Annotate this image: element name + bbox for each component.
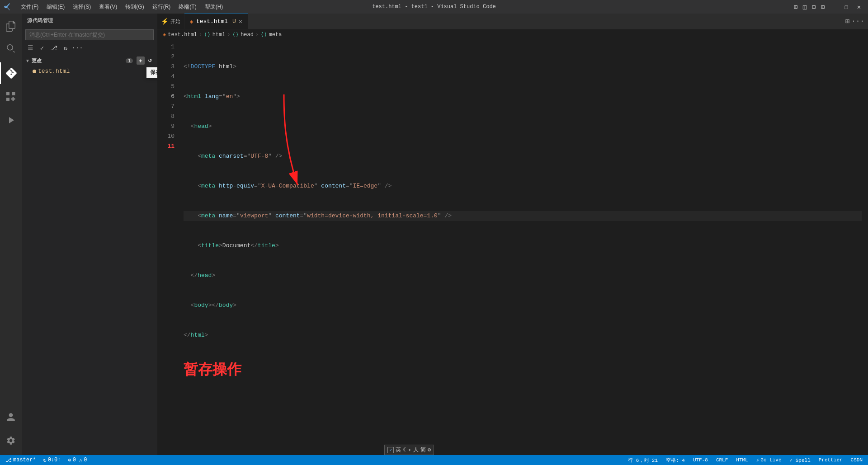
activity-extensions-icon[interactable]: [0, 86, 22, 108]
cursor-position-text: 行 6，列 21: [628, 457, 658, 464]
cursor-position-status[interactable]: 行 6，列 21: [626, 457, 660, 464]
file-name: test.html: [38, 68, 70, 75]
breadcrumb-file-icon: ◈: [163, 31, 166, 38]
menu-file[interactable]: 文件(F): [17, 2, 42, 12]
prettier-status[interactable]: Prettier: [817, 457, 844, 463]
file-list-item[interactable]: test.html M: [22, 66, 157, 76]
line-num-10: 10: [157, 132, 175, 141]
breadcrumb-html[interactable]: ⟨⟩ html: [204, 31, 225, 38]
more-actions-icon[interactable]: ···: [851, 17, 864, 25]
git-branch-status[interactable]: ⎇ master*: [4, 457, 38, 464]
ime-star-icon[interactable]: ✦: [408, 446, 411, 453]
breadcrumb: ◈ test.html › ⟨⟩ html › ⟨⟩ head › ⟨⟩ met…: [157, 29, 868, 40]
encoding-status[interactable]: UTF-8: [691, 457, 710, 463]
stage-all-button[interactable]: +: [137, 56, 145, 65]
activity-search-icon[interactable]: [0, 39, 22, 61]
activity-explorer-icon[interactable]: [0, 15, 22, 37]
code-line-3: <head>: [184, 122, 862, 132]
menu-select[interactable]: 选择(S): [69, 2, 94, 12]
ime-person-icon[interactable]: 人: [413, 446, 419, 454]
sidebar-icon[interactable]: ◫: [801, 3, 808, 10]
code-editor[interactable]: 1 2 3 4 5 6 7 8 9 10 11 <!DOCTYPE html> …: [157, 40, 868, 455]
split-editor-icon[interactable]: ⊞: [845, 17, 850, 26]
go-live-text: Go Live: [760, 457, 781, 463]
line-num-5: 5: [157, 82, 175, 92]
close-button[interactable]: ✕: [854, 3, 864, 10]
csdn-text: CSDN: [851, 457, 863, 463]
scm-refresh-button[interactable]: ↻: [61, 43, 71, 53]
ime-moon-icon[interactable]: ☾: [403, 446, 406, 453]
status-bar: ⎇ master* ↻ 0↓0↑ ⊗ 0 △ 0 行 6，列 21 空格: 4 …: [0, 455, 868, 465]
breadcrumb-file[interactable]: ◈ test.html: [163, 31, 197, 38]
layout2-icon[interactable]: ⊞: [819, 3, 826, 10]
scm-list-view-button[interactable]: ☰: [25, 43, 35, 53]
ime-simplified-indicator[interactable]: 简: [420, 446, 426, 454]
tab-modified-indicator: U: [232, 18, 236, 25]
scm-branch-button[interactable]: ⎇: [49, 43, 59, 53]
ime-settings-icon[interactable]: ⚙: [428, 446, 431, 453]
sync-status[interactable]: ↻ 0↓0↑: [41, 457, 62, 464]
menu-goto[interactable]: 转到(G): [122, 2, 147, 12]
warning-count: 0: [84, 457, 87, 463]
menu-edit[interactable]: 编辑(E): [43, 2, 68, 12]
line-numbers-gutter: 1 2 3 4 5 6 7 8 9 10 11: [157, 40, 180, 455]
code-display-area[interactable]: <!DOCTYPE html> <html lang="en"> <head> …: [180, 40, 862, 455]
git-branch-icon: ⎇: [5, 457, 12, 464]
breadcrumb-head[interactable]: ⟨⟩ head: [232, 31, 254, 38]
menu-run[interactable]: 运行(R): [149, 2, 175, 12]
title-bar: 文件(F) 编辑(E) 选择(S) 查看(V) 转到(G) 运行(R) 终端(T…: [0, 0, 868, 14]
line-ending-status[interactable]: CRLF: [714, 457, 730, 463]
go-live-status[interactable]: ⚡ Go Live: [755, 457, 783, 463]
activity-run-icon[interactable]: [0, 109, 22, 131]
breadcrumb-meta-label: meta: [269, 32, 282, 38]
layout-icon[interactable]: ⊞: [792, 3, 799, 10]
menu-help[interactable]: 帮助(H): [201, 2, 227, 12]
collapse-icon: ▼: [25, 58, 30, 63]
menu-view[interactable]: 查看(V): [95, 2, 121, 12]
code-line-9: <body></body>: [184, 301, 862, 310]
scm-message-input[interactable]: [25, 29, 154, 40]
encoding-text: UTF-8: [693, 457, 708, 463]
line-num-3: 3: [157, 62, 175, 72]
scm-check-button[interactable]: ✓: [37, 43, 47, 53]
line-num-2: 2: [157, 52, 175, 62]
indentation-text: 空格: 4: [666, 457, 685, 464]
active-tab[interactable]: ◈ test.html U ✕: [184, 14, 248, 29]
csdn-status[interactable]: CSDN: [849, 457, 864, 463]
stage-all-container: + 保存所有更改: [137, 56, 145, 65]
menu-terminal[interactable]: 终端(T): [175, 2, 200, 12]
changes-header[interactable]: ▼ 更改 1 + 保存所有更改 ↺: [22, 55, 157, 66]
window-title: test.html - test1 - Visual Studio Code: [372, 4, 496, 10]
tab-close-button[interactable]: ✕: [239, 18, 242, 25]
code-line-2: <html lang="en">: [184, 92, 862, 102]
discard-all-button[interactable]: ↺: [146, 56, 154, 65]
language-status[interactable]: HTML: [734, 457, 750, 463]
activity-git-icon[interactable]: [0, 62, 22, 84]
panel-icon[interactable]: ⊟: [810, 3, 817, 10]
scrollbar-track[interactable]: [862, 40, 868, 455]
scm-more-button[interactable]: ···: [72, 43, 82, 53]
indentation-status[interactable]: 空格: 4: [664, 457, 687, 464]
ime-checkbox[interactable]: ✓: [387, 447, 394, 453]
line-num-7: 7: [157, 102, 175, 112]
ime-lang-indicator[interactable]: 英: [396, 446, 401, 454]
line-num-9: 9: [157, 122, 175, 132]
changes-label: 更改: [32, 57, 42, 64]
language-text: HTML: [736, 457, 748, 463]
sync-icon: ↻: [43, 457, 46, 464]
spell-check-status[interactable]: ✓ Spell: [788, 457, 812, 463]
minimize-button[interactable]: —: [828, 3, 839, 10]
activity-settings-icon[interactable]: [0, 430, 22, 451]
main-container: 源代码管理 ☰ ✓ ⎇ ↻ ··· ▼ 更改 1 + 保存所有更改: [0, 14, 868, 455]
activity-account-icon[interactable]: [0, 406, 22, 428]
breadcrumb-meta[interactable]: ⟨⟩ meta: [260, 31, 282, 38]
status-bar-left: ⎇ master* ↻ 0↓0↑ ⊗ 0 △ 0: [4, 457, 89, 464]
go-live-icon: ⚡: [756, 457, 760, 463]
restore-button[interactable]: ❐: [841, 3, 852, 10]
start-tab[interactable]: ⚡ 开始: [157, 14, 184, 29]
start-tab-label: 开始: [170, 18, 180, 25]
title-bar-left: 文件(F) 编辑(E) 选择(S) 查看(V) 转到(G) 运行(R) 终端(T…: [4, 2, 226, 12]
errors-status[interactable]: ⊗ 0 △ 0: [66, 457, 89, 464]
code-line-10: </html>: [184, 330, 862, 340]
line-num-4: 4: [157, 72, 175, 82]
